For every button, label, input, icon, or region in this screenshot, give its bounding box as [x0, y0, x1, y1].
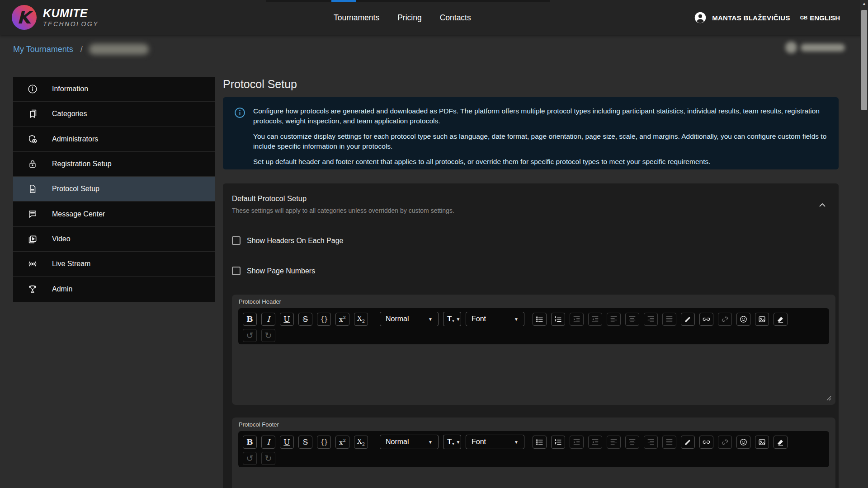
ordered-list-button[interactable] [551, 313, 565, 326]
italic-button[interactable]: I [261, 313, 275, 326]
align-right-button[interactable] [644, 313, 658, 326]
caret-down-icon: ▼ [508, 317, 519, 322]
collapse-section-button[interactable] [815, 198, 830, 212]
language-selector[interactable]: ENGLISH [810, 14, 840, 22]
align-left-button[interactable] [607, 313, 621, 326]
image-icon [758, 438, 766, 446]
strikethrough-button[interactable]: S [298, 436, 312, 449]
variable-braces-button[interactable]: {} [317, 313, 331, 326]
main-nav: Tournaments Pricing Contacts [334, 0, 471, 35]
insert-link-button[interactable] [699, 436, 713, 449]
unordered-list-button[interactable] [533, 436, 547, 449]
caret-down-icon: ▼ [422, 440, 433, 445]
paragraph-style-select[interactable]: Normal▼ [380, 312, 439, 326]
undo-button[interactable]: ↺ [243, 329, 257, 342]
align-justify-button[interactable] [662, 436, 676, 449]
subscript-button[interactable]: X2 [354, 436, 368, 449]
scroll-up-arrow-icon[interactable]: ▲ [860, 1, 868, 6]
highlight-pen-button[interactable] [681, 313, 695, 326]
caret-down-icon: ▼ [454, 317, 460, 322]
sidebar-item-information[interactable]: Information [13, 77, 215, 102]
bold-button[interactable]: B [243, 436, 257, 449]
sidebar-item-administrators[interactable]: Administrators [13, 127, 215, 152]
sidebar-item-label: Message Center [52, 210, 105, 218]
insert-emoji-button[interactable] [736, 436, 750, 449]
strikethrough-button[interactable]: S [298, 313, 312, 326]
align-left-button[interactable] [607, 436, 621, 449]
sidebar-item-protocol-setup[interactable]: Protocol Setup [13, 177, 215, 202]
chevron-up-icon [817, 200, 827, 210]
font-family-select[interactable]: Font▼ [466, 312, 524, 326]
numbered-list-icon [554, 438, 562, 446]
underline-button[interactable]: U [280, 313, 294, 326]
remove-link-button[interactable] [718, 436, 732, 449]
sidebar-item-message-center[interactable]: Message Center [13, 202, 215, 226]
text-size-select[interactable]: T▾▼ [443, 435, 461, 449]
sidebar-item-label: Information [52, 85, 88, 93]
subscript-button[interactable]: X2 [354, 313, 368, 326]
show-headers-checkbox[interactable] [232, 236, 241, 245]
insert-emoji-button[interactable] [736, 313, 750, 326]
sidebar-item-label: Administrators [52, 135, 98, 143]
superscript-button[interactable]: x2 [335, 436, 349, 449]
breadcrumb-tournament-name-redacted[interactable] [89, 44, 149, 55]
unordered-list-button[interactable] [533, 313, 547, 326]
insert-image-button[interactable] [755, 313, 769, 326]
align-right-button[interactable] [644, 436, 658, 449]
show-headers-checkbox-row[interactable]: Show Headers On Each Page [232, 236, 343, 245]
user-avatar-icon[interactable] [694, 11, 707, 24]
remove-link-button[interactable] [718, 313, 732, 326]
nav-pricing[interactable]: Pricing [397, 13, 422, 23]
insert-image-button[interactable] [755, 436, 769, 449]
italic-button[interactable]: I [261, 436, 275, 449]
highlight-pen-button[interactable] [681, 436, 695, 449]
insert-link-button[interactable] [699, 313, 713, 326]
clear-formatting-button[interactable] [774, 436, 788, 449]
variable-braces-button[interactable]: {} [317, 436, 331, 449]
protocol-header-textarea[interactable] [232, 344, 835, 405]
redo-button[interactable]: ↻ [261, 452, 275, 465]
paragraph-style-select[interactable]: Normal▼ [380, 435, 439, 449]
sidebar-item-registration-setup[interactable]: Registration Setup [13, 152, 215, 177]
text-size-select[interactable]: T▾▼ [443, 312, 461, 326]
protocol-footer-textarea[interactable] [232, 467, 835, 488]
bookmark-icon [27, 108, 38, 119]
show-page-numbers-checkbox-row[interactable]: Show Page Numbers [232, 267, 315, 275]
text-size-glyph: T [447, 437, 452, 446]
superscript-button[interactable]: x2 [335, 313, 349, 326]
underline-button[interactable]: U [280, 436, 294, 449]
breadcrumb-my-tournaments-link[interactable]: My Tournaments [13, 45, 73, 54]
nav-tournaments[interactable]: Tournaments [334, 13, 379, 23]
scrollbar-thumb[interactable] [861, 10, 867, 110]
align-center-button[interactable] [625, 436, 639, 449]
indent-decrease-button[interactable] [588, 313, 602, 326]
brand-text: KUMITE TECHNOLOGY [43, 8, 99, 27]
align-center-button[interactable] [625, 313, 639, 326]
lock-icon [27, 159, 38, 169]
indent-increase-button[interactable] [570, 436, 584, 449]
trophy-icon [27, 284, 38, 295]
sidebar-item-admin[interactable]: Admin [13, 277, 215, 301]
show-page-numbers-checkbox[interactable] [232, 267, 241, 275]
strikethrough-glyph: S [303, 314, 308, 324]
sidebar-item-video[interactable]: Video [13, 227, 215, 252]
sidebar-item-categories[interactable]: Categories [13, 102, 215, 127]
redo-button[interactable]: ↻ [261, 329, 275, 342]
sidebar-item-live-stream[interactable]: Live Stream [13, 252, 215, 277]
resize-handle-icon[interactable] [826, 395, 832, 401]
smiley-icon [739, 315, 748, 324]
clear-formatting-button[interactable] [774, 313, 788, 326]
ordered-list-button[interactable] [551, 436, 565, 449]
align-justify-button[interactable] [662, 313, 676, 326]
font-family-select[interactable]: Font▼ [466, 435, 524, 449]
undo-button[interactable]: ↺ [243, 452, 257, 465]
indent-increase-button[interactable] [570, 313, 584, 326]
protocol-footer-editor: Protocol Footer BIUS{}x2X2Normal▼T▾▼Font… [232, 418, 835, 488]
indent-decrease-button[interactable] [588, 436, 602, 449]
nav-contacts[interactable]: Contacts [440, 13, 471, 23]
bold-button[interactable]: B [243, 313, 257, 326]
brand-logo[interactable]: K KUMITE TECHNOLOGY [12, 5, 99, 30]
editor-toolbar: BIUS{}x2X2Normal▼T▾▼Font▼↺↻ [238, 308, 829, 344]
page-scrollbar[interactable]: ▲ [860, 0, 868, 488]
user-name[interactable]: MANTAS BLAŽEVIČIUS [712, 14, 790, 22]
